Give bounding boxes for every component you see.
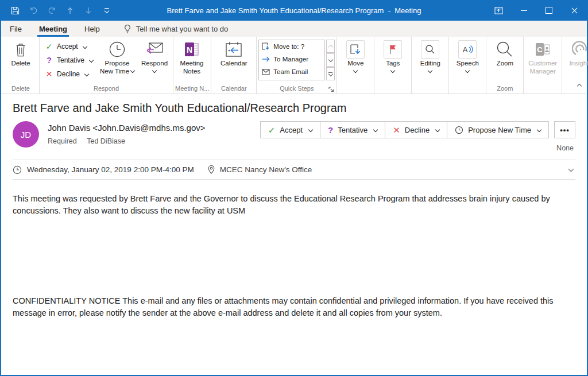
meeting-location[interactable]: MCEC Nancy New's Office (220, 165, 312, 174)
decline-response-button[interactable]: ✕ Decline (385, 121, 447, 138)
chevron-down-icon (89, 58, 94, 63)
meeting-notes-button[interactable]: N Meeting Notes (175, 37, 208, 75)
meeting-notes-label-2: Notes (183, 67, 200, 75)
propose-button-label: Propose New Time (468, 126, 531, 134)
quick-step-to-manager[interactable]: To Manager (259, 53, 324, 65)
category-status: None (556, 144, 574, 152)
envelope-icon (262, 69, 270, 75)
required-attendees-line: Required Ted DiBiase (48, 137, 206, 145)
propose-label-1: Propose (105, 59, 130, 67)
customer-manager-button: C Customer Manager (525, 37, 560, 75)
group-label-delete: Delete (4, 84, 37, 94)
ribbon-group-zoom: Zoom Zoom (486, 37, 524, 94)
flag-icon (384, 40, 402, 59)
tags-button[interactable]: Tags (376, 37, 409, 72)
required-label: Required (48, 137, 77, 145)
outlook-meeting-window: Brett Farve and Jake Smith Youth Educati… (0, 0, 588, 376)
ribbon-group-speech: A Speech (449, 37, 486, 94)
chevron-down-icon (537, 127, 541, 132)
move-down-icon[interactable] (80, 2, 96, 19)
ribbon-group-delete: Delete Delete (2, 37, 40, 94)
ribbon-group-move: Move (337, 37, 374, 94)
scroll-down-button[interactable] (326, 53, 335, 67)
more-quick-steps-button[interactable] (326, 67, 335, 80)
ribbon: Delete Delete ✓ Accept ? Tentative (1, 37, 587, 94)
respond-button[interactable]: Respond (138, 37, 171, 72)
zoom-magnifier-icon (496, 40, 513, 59)
chevron-down-icon (465, 68, 470, 73)
quick-steps-list: Move to: ? To Manager (258, 40, 325, 80)
chevron-down-icon (82, 44, 87, 49)
zoom-button[interactable]: Zoom (488, 37, 521, 67)
decline-label: Decline (57, 70, 80, 78)
tab-help[interactable]: Help (76, 21, 109, 37)
close-button[interactable] (562, 0, 587, 21)
move-folder-icon (346, 40, 365, 59)
scroll-up-button[interactable] (326, 40, 335, 53)
sender-name-email[interactable]: John Davis <John.Davis@mdhs.ms.gov> (48, 121, 206, 133)
tell-me-label: Tell me what you want to do (136, 25, 228, 33)
move-up-icon[interactable] (62, 2, 78, 19)
ribbon-group-tags: Tags (374, 37, 412, 94)
accept-response-button[interactable]: ✓ Accept (260, 121, 320, 138)
move-label: Move (347, 59, 363, 67)
more-options-button[interactable]: ••• (554, 121, 575, 138)
propose-new-time-button[interactable]: Propose New Time (96, 37, 138, 75)
tentative-menu-button[interactable]: ? Tentative (42, 53, 95, 67)
question-icon: ? (328, 126, 333, 134)
avatar[interactable]: JD (13, 121, 39, 148)
insights-icon (572, 40, 588, 59)
expand-details-icon[interactable] (567, 165, 573, 174)
quick-step-move-to[interactable]: Move to: ? (259, 40, 324, 53)
message-body: This meeting was requested by Brett Farv… (1, 180, 587, 319)
response-area: ✓ Accept ? Tentative ✕ Decline (260, 121, 575, 152)
decline-button-label: Decline (405, 126, 430, 134)
quick-steps-scrollbar (326, 40, 335, 80)
undo-icon[interactable] (25, 2, 41, 19)
insights-label: Insights (569, 59, 588, 67)
decline-menu-button[interactable]: ✕ Decline (42, 67, 95, 81)
group-label-meeting-notes: Meeting N... (175, 84, 209, 94)
accept-button-label: Accept (280, 126, 303, 134)
quick-access-toolbar (1, 2, 115, 19)
collapse-ribbon-icon[interactable] (576, 81, 581, 91)
quick-steps-dialog-launcher-icon[interactable] (328, 87, 334, 92)
accept-menu-button[interactable]: ✓ Accept (42, 40, 95, 53)
reply-envelope-icon (145, 40, 164, 59)
ribbon-group-quick-steps: Move to: ? To Manager (257, 37, 337, 94)
move-button[interactable]: Move (339, 37, 372, 72)
check-icon: ✓ (268, 126, 276, 134)
delete-button[interactable]: Delete (4, 37, 37, 67)
maximize-button[interactable] (536, 0, 562, 21)
sender-row: JD John Davis <John.Davis@mdhs.ms.gov> R… (1, 116, 587, 152)
meeting-subject: Brett Farve and Jake Smith Youth Educati… (1, 94, 587, 116)
required-attendees[interactable]: Ted DiBiase (87, 137, 125, 145)
meeting-time-row: Wednesday, January 02, 2019 2:00 PM-4:00… (13, 160, 575, 180)
trash-icon (14, 40, 28, 59)
minimize-button[interactable] (511, 0, 536, 21)
chevron-down-icon (435, 127, 440, 132)
delete-button-label: Delete (11, 59, 30, 67)
magnifier-icon (421, 40, 439, 59)
zoom-label: Zoom (497, 59, 513, 67)
save-icon[interactable] (7, 2, 23, 19)
group-label-calendar: Calendar (213, 84, 254, 94)
editing-button[interactable]: Editing (413, 37, 447, 72)
customer-manager-label-2: Manager (530, 67, 556, 75)
tentative-button-label: Tentative (338, 126, 368, 134)
group-label-respond: Respond (41, 84, 171, 94)
tell-me-box[interactable]: Tell me what you want to do (109, 21, 228, 37)
tab-meeting[interactable]: Meeting (30, 21, 76, 37)
chevron-down-icon (390, 68, 395, 73)
calendar-button[interactable]: Calendar (213, 37, 254, 67)
meeting-datetime: Wednesday, January 02, 2019 2:00 PM-4:00… (27, 165, 194, 174)
tentative-response-button[interactable]: ? Tentative (320, 121, 385, 138)
speech-button[interactable]: A Speech (451, 37, 484, 72)
customize-quick-access-icon[interactable] (99, 2, 115, 19)
tab-file[interactable]: File (1, 21, 30, 37)
quick-step-team-email[interactable]: Team Email (259, 65, 324, 78)
propose-new-time-response-button[interactable]: Propose New Time (447, 121, 549, 138)
title-bar: Brett Farve and Jake Smith Youth Educati… (1, 0, 587, 21)
redo-icon[interactable] (44, 2, 60, 19)
ribbon-display-options-icon[interactable] (486, 0, 511, 21)
